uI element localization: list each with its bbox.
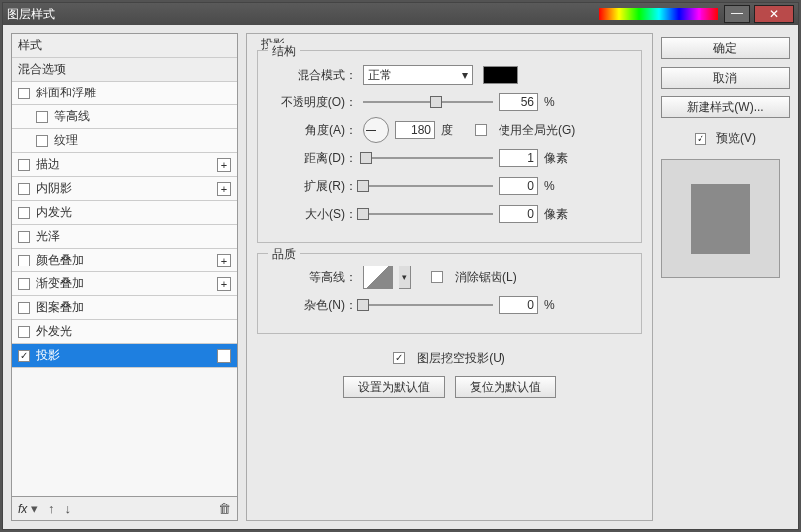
style-item-label: 斜面和浮雕	[36, 85, 96, 101]
color-ramp	[599, 8, 718, 20]
move-down-icon[interactable]: ↓	[64, 501, 71, 516]
new-style-button[interactable]: 新建样式(W)...	[661, 96, 790, 118]
noise-slider[interactable]	[363, 298, 493, 312]
style-item-9[interactable]: 图案叠加	[12, 296, 237, 320]
blend-mode-select[interactable]: 正常▾	[363, 65, 473, 85]
style-item-label: 描边	[36, 156, 60, 173]
styles-list: 样式 混合选项 斜面和浮雕等高线纹理描边+内阴影+内发光光泽颜色叠加+渐变叠加+…	[11, 33, 238, 497]
style-item-checkbox[interactable]	[18, 255, 30, 266]
preview-label: 预览(V)	[716, 130, 756, 147]
style-item-10[interactable]: 外发光	[12, 320, 237, 344]
style-item-label: 颜色叠加	[36, 252, 84, 268]
size-slider[interactable]	[363, 207, 493, 221]
preview-swatch	[691, 184, 750, 254]
knockout-checkbox[interactable]	[393, 352, 405, 364]
style-item-label: 外发光	[36, 323, 72, 340]
list-header-blending[interactable]: 混合选项	[12, 58, 237, 82]
contour-label: 等高线：	[268, 269, 357, 286]
ok-button[interactable]: 确定	[661, 37, 790, 59]
window-title: 图层样式	[7, 6, 599, 23]
cancel-button[interactable]: 取消	[661, 67, 790, 89]
style-item-8[interactable]: 渐变叠加+	[12, 272, 237, 296]
structure-legend: 结构	[268, 43, 300, 60]
shadow-color-swatch[interactable]	[483, 66, 518, 84]
blend-mode-label: 混合模式：	[268, 67, 357, 84]
dialog-buttons-panel: 确定 取消 新建样式(W)... 预览(V)	[661, 33, 790, 521]
style-item-label: 投影	[36, 347, 60, 364]
style-item-checkbox[interactable]	[18, 326, 30, 338]
style-item-label: 内阴影	[36, 180, 72, 197]
style-item-checkbox[interactable]	[18, 231, 30, 243]
size-input[interactable]: 0	[499, 205, 538, 223]
add-effect-icon[interactable]: +	[217, 349, 231, 363]
contour-dropdown[interactable]: ▾	[399, 266, 411, 289]
global-light-checkbox[interactable]	[475, 124, 487, 136]
chevron-down-icon: ▾	[462, 68, 468, 82]
quality-legend: 品质	[268, 246, 300, 263]
style-item-checkbox[interactable]	[36, 111, 48, 123]
minimize-button[interactable]: —	[724, 5, 750, 23]
style-item-6[interactable]: 光泽	[12, 225, 237, 249]
move-up-icon[interactable]: ↑	[48, 501, 55, 516]
noise-label: 杂色(N)：	[268, 297, 357, 314]
style-item-checkbox[interactable]	[18, 88, 30, 99]
set-default-button[interactable]: 设置为默认值	[343, 376, 445, 398]
style-item-label: 等高线	[54, 108, 90, 125]
style-item-1[interactable]: 等高线	[12, 105, 237, 129]
style-item-2[interactable]: 纹理	[12, 129, 237, 153]
effect-settings-panel: 投影 结构 混合模式： 正常▾ 不透明度(O)： 56 % 角度(A)：	[246, 33, 653, 521]
list-header-styles[interactable]: 样式	[12, 34, 237, 58]
preview-checkbox[interactable]	[695, 133, 706, 145]
spread-label: 扩展(R)：	[268, 178, 357, 195]
reset-default-button[interactable]: 复位为默认值	[455, 376, 556, 398]
style-item-checkbox[interactable]	[18, 207, 30, 219]
style-item-5[interactable]: 内发光	[12, 201, 237, 225]
angle-dial[interactable]	[363, 117, 389, 143]
antialias-checkbox[interactable]	[431, 271, 443, 283]
style-item-label: 纹理	[54, 132, 78, 149]
contour-picker[interactable]	[363, 266, 393, 289]
styles-toolbar: fx ▾ ↑ ↓ 🗑	[11, 497, 238, 521]
style-item-11[interactable]: 投影+	[12, 344, 237, 368]
add-effect-icon[interactable]: +	[217, 158, 231, 172]
add-effect-icon[interactable]: +	[217, 182, 231, 196]
distance-slider[interactable]	[363, 151, 493, 165]
style-item-4[interactable]: 内阴影+	[12, 177, 237, 201]
knockout-label: 图层挖空投影(U)	[417, 350, 505, 367]
opacity-slider[interactable]	[363, 95, 493, 109]
angle-label: 角度(A)：	[268, 122, 357, 139]
size-label: 大小(S)：	[268, 206, 357, 223]
antialias-label: 消除锯齿(L)	[455, 269, 517, 286]
titlebar[interactable]: 图层样式 — ✕	[3, 3, 798, 25]
style-item-label: 内发光	[36, 204, 72, 221]
spread-input[interactable]: 0	[499, 177, 538, 195]
style-item-checkbox[interactable]	[36, 135, 48, 147]
quality-fieldset: 品质 等高线： ▾ 消除锯齿(L) 杂色(N)： 0 %	[257, 253, 642, 334]
global-light-label: 使用全局光(G)	[499, 122, 575, 139]
style-item-checkbox[interactable]	[18, 183, 30, 195]
distance-label: 距离(D)：	[268, 150, 357, 167]
style-item-checkbox[interactable]	[18, 159, 30, 171]
opacity-input[interactable]: 56	[499, 93, 538, 111]
add-effect-icon[interactable]: +	[217, 254, 231, 267]
add-effect-icon[interactable]: +	[217, 277, 231, 291]
opacity-label: 不透明度(O)：	[268, 94, 357, 111]
preview-box	[661, 159, 780, 278]
style-item-label: 渐变叠加	[36, 275, 84, 292]
style-item-label: 光泽	[36, 228, 60, 245]
fx-menu-icon[interactable]: fx ▾	[18, 501, 38, 516]
spread-slider[interactable]	[363, 179, 493, 193]
style-item-checkbox[interactable]	[18, 278, 30, 290]
style-item-3[interactable]: 描边+	[12, 153, 237, 177]
style-item-label: 图案叠加	[36, 299, 84, 316]
style-item-0[interactable]: 斜面和浮雕	[12, 82, 237, 105]
styles-panel: 样式 混合选项 斜面和浮雕等高线纹理描边+内阴影+内发光光泽颜色叠加+渐变叠加+…	[11, 33, 238, 521]
close-button[interactable]: ✕	[754, 5, 794, 23]
noise-input[interactable]: 0	[499, 296, 538, 314]
style-item-checkbox[interactable]	[18, 302, 30, 314]
distance-input[interactable]: 1	[499, 149, 538, 167]
style-item-checkbox[interactable]	[18, 350, 30, 362]
angle-input[interactable]: 180	[395, 121, 435, 139]
style-item-7[interactable]: 颜色叠加+	[12, 249, 237, 272]
trash-icon[interactable]: 🗑	[218, 501, 231, 516]
